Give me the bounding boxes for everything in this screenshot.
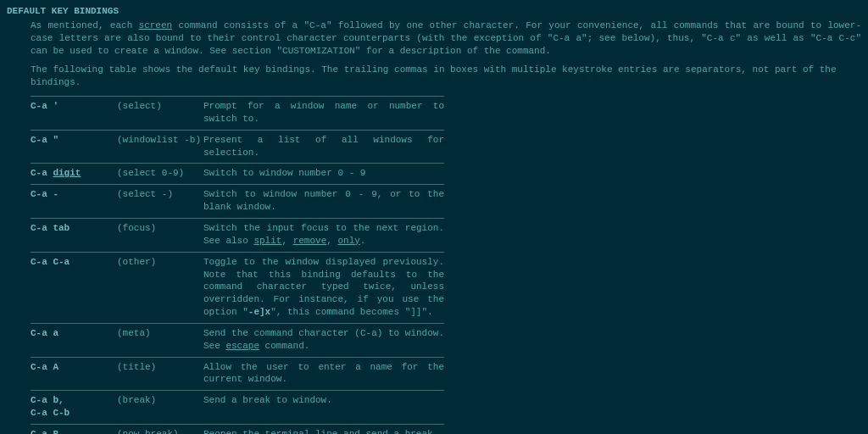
intro-screen-link: screen (139, 20, 173, 31)
table-row: C-a "(windowlist -b)Present a list of al… (31, 130, 444, 164)
table-row: C-a '(select)Prompt for a window name or… (31, 96, 444, 130)
description-cell: Prompt for a window name or number to sw… (203, 100, 444, 125)
command-cell: (select) (117, 100, 203, 125)
description-cell: Reopen the terminal line and send a brea… (203, 428, 444, 434)
keybinding-cell: C-a C-a (31, 256, 117, 319)
table-row: C-a b,C-a C-b(break)Send a break to wind… (31, 390, 444, 424)
keybinding-cell: C-a tab (31, 222, 117, 248)
intro-paragraph-2: The following table shows the default ke… (31, 64, 861, 89)
table-row: C-a a(meta)Send the command character (C… (31, 323, 444, 357)
table-row: C-a A(title)Allow the user to enter a na… (31, 357, 444, 391)
command-cell: (other) (117, 256, 203, 319)
description-cell: Send the command character (C-a) to wind… (203, 327, 444, 353)
description-cell: Switch the input focus to the next regio… (203, 222, 444, 248)
command-cell: (windowlist -b) (117, 134, 203, 159)
table-row: C-a B(pow_break)Reopen the terminal line… (31, 424, 444, 434)
command-cell: (select -) (117, 188, 203, 214)
intro-text-a: As mentioned, each (31, 20, 139, 31)
command-cell: (select 0-9) (117, 167, 203, 180)
command-cell: (focus) (117, 222, 203, 248)
keybinding-cell: C-a b,C-a C-b (31, 394, 117, 420)
intro-paragraph: As mentioned, each screen command consis… (31, 19, 861, 58)
description-cell: Toggle to the window displayed previousl… (203, 256, 444, 319)
command-cell: (break) (117, 394, 203, 420)
command-cell: (title) (117, 361, 203, 387)
description-cell: Present a list of all windows for select… (203, 134, 444, 159)
section-heading: DEFAULT KEY BINDINGS (7, 5, 861, 18)
description-cell: Allow the user to enter a name for the c… (203, 361, 444, 387)
keybinding-cell: C-a a (31, 327, 117, 353)
keybinding-cell: C-a digit (31, 167, 117, 180)
description-cell: Send a break to window. (203, 394, 444, 420)
keybinding-cell: C-a B (31, 428, 117, 434)
keybinding-cell: C-a - (31, 188, 117, 214)
command-cell: (meta) (117, 327, 203, 353)
table-row: C-a tab(focus)Switch the input focus to … (31, 218, 444, 252)
keybinding-cell: C-a A (31, 361, 117, 387)
keybinding-table: C-a '(select)Prompt for a window name or… (31, 96, 444, 434)
description-cell: Switch to window number 0 - 9 (203, 167, 444, 180)
table-row: C-a digit(select 0-9)Switch to window nu… (31, 163, 444, 184)
command-cell: (pow_break) (117, 428, 203, 434)
keybinding-cell: C-a ' (31, 100, 117, 125)
description-cell: Switch to window number 0 - 9, or to the… (203, 188, 444, 214)
table-row: C-a C-a(other)Toggle to the window displ… (31, 252, 444, 323)
table-row: C-a -(select -)Switch to window number 0… (31, 184, 444, 218)
keybinding-cell: C-a " (31, 134, 117, 159)
